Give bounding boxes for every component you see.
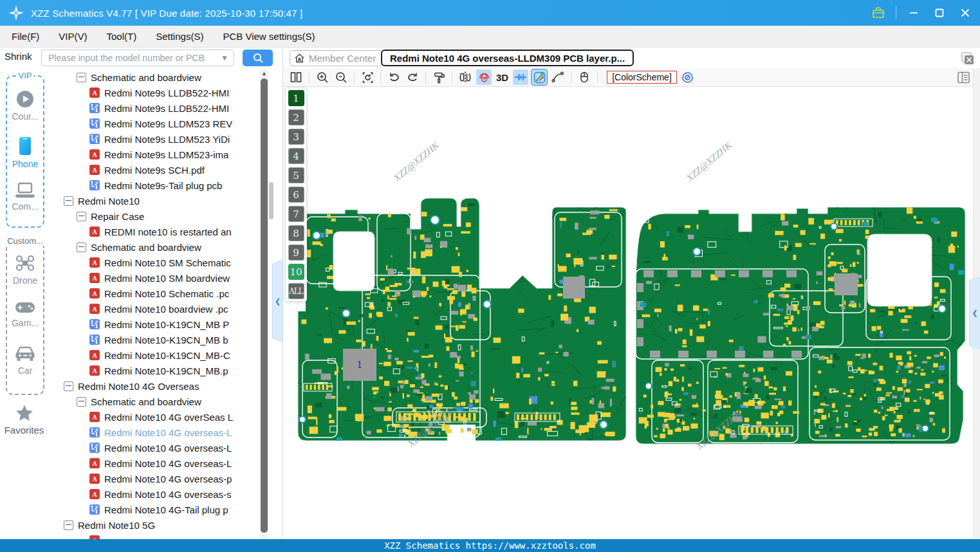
rotate-left-button[interactable] xyxy=(386,69,402,85)
tree-file-row[interactable]: Redmi Note10 4G-Tail plug p xyxy=(49,502,259,517)
tree-group-row[interactable]: Schematic and boardview xyxy=(49,394,259,409)
diode-jump-button[interactable] xyxy=(513,69,528,85)
sidebar-item-label: Drone xyxy=(13,275,37,286)
tree-file-row[interactable]: Redmi Note10-K19CN_MB b xyxy=(49,332,259,347)
model-search-combobox[interactable]: ▼ xyxy=(41,50,234,66)
maximize-button[interactable] xyxy=(931,5,948,21)
menu-item-settings-s[interactable]: Settings(S) xyxy=(156,31,203,42)
tree-file-row[interactable]: ARedmi Note9s LLDB522-HMI xyxy=(49,85,259,100)
tree-file-row[interactable]: Redmi Note9s LLDB522-HMI xyxy=(49,100,259,116)
menu-item-pcb-view-settings-s[interactable]: PCB View settings(S) xyxy=(223,31,315,42)
tree-file-row[interactable]: ARedmi Note10 4G overSeas L xyxy=(49,409,259,425)
drone-icon xyxy=(15,253,35,273)
member-center-button[interactable]: Member Center xyxy=(290,50,383,66)
menu-item-vip-v[interactable]: VIP(V) xyxy=(59,31,87,42)
tree-item-label: Redmi Note9s LLDM523 REV xyxy=(104,118,232,129)
tree-file-row[interactable]: ARedmi Note10 4G overseas-p xyxy=(49,471,259,486)
tree-file-row[interactable]: AREDMI note10 is restarted an xyxy=(49,224,259,239)
scrollbar-thumb[interactable] xyxy=(261,78,268,533)
sidebar-item-label: Gam... xyxy=(12,318,39,328)
fit-screen-button[interactable] xyxy=(360,69,375,85)
sidebar-item-computer[interactable]: Com... xyxy=(7,181,43,212)
tree-file-row[interactable]: Redmi Note10 4G overseas-L xyxy=(49,440,259,455)
shrink-button[interactable]: Shrink xyxy=(5,51,32,62)
mouse-settings-button[interactable] xyxy=(577,69,592,85)
lamp-tool-button[interactable] xyxy=(476,69,492,85)
curve-tool-button[interactable] xyxy=(550,69,566,85)
vip-group: VIP Cour... Phone Com... xyxy=(6,75,44,228)
tree-item-label: Redmi Note10 Schematic .pc xyxy=(104,288,229,299)
measure-probe-button[interactable] xyxy=(532,69,547,85)
layer-button-3[interactable]: 3 xyxy=(288,129,304,145)
tree-group-row[interactable]: Redmi Note10 xyxy=(49,193,259,208)
vip-briefcase-icon[interactable] xyxy=(870,5,887,21)
color-scheme-button[interactable]: [ColorScheme] xyxy=(607,71,677,84)
tree-file-row[interactable]: ARedmi Note10 boardview .pc xyxy=(49,301,259,317)
sidebar-item-phone[interactable]: Phone xyxy=(7,136,43,169)
tree-file-row[interactable]: Redmi Note10-K19CN_MB P xyxy=(49,317,259,332)
layer-button-7[interactable]: 7 xyxy=(288,206,304,222)
layer-button-all[interactable]: ALL xyxy=(288,283,304,299)
split-view-button[interactable] xyxy=(288,69,304,85)
sidebar-item-games[interactable]: Gam... xyxy=(7,300,43,328)
tree-file-row[interactable]: ARedmi Note10 Schematic .pc xyxy=(49,286,259,301)
sidebar-item-courses[interactable]: Cour... xyxy=(7,89,43,122)
tree-file-row[interactable]: Redmi Note9s-Tail plug pcb xyxy=(49,178,259,193)
pdf-file-icon: A xyxy=(89,257,100,268)
mirror-flip-button[interactable] xyxy=(458,69,473,85)
zoom-out-button[interactable] xyxy=(333,69,349,85)
play-icon xyxy=(15,89,35,109)
tree-group-row[interactable]: Redmi Note10 5G xyxy=(49,517,259,533)
pcb-canvas[interactable]: 1XZZ@XZZHKXZZ@XZZHKXZZ@XZZHKXZZ@XZZHK xyxy=(283,87,973,539)
tree-scrollbar[interactable]: ▲ xyxy=(260,69,268,539)
tree-file-row[interactable]: ARedmi Note10-K19CN_MB-C xyxy=(49,347,259,363)
layer-button-1[interactable]: 1 xyxy=(288,90,304,106)
menu-item-tool-t[interactable]: Tool(T) xyxy=(107,31,137,42)
search-button[interactable] xyxy=(243,50,273,66)
active-document-tab[interactable]: Redmi Note10 4G overseas-LLDM309 PCB lay… xyxy=(381,50,634,66)
tree-file-row[interactable]: ARedmi Note9s SCH.pdf xyxy=(49,162,259,178)
scroll-up-arrow[interactable]: ▲ xyxy=(260,69,268,78)
tree-file-row[interactable]: Redmi Note9s LLDM523 YiDi xyxy=(49,131,259,147)
paint-roller-button[interactable] xyxy=(431,69,447,85)
tree-group-row[interactable]: Schematic and boardview xyxy=(49,239,259,255)
sidebar-item-car[interactable]: Car xyxy=(7,345,43,376)
tree-file-row[interactable]: A xyxy=(49,533,259,539)
layer-button-5[interactable]: 5 xyxy=(288,167,304,183)
zoom-in-button[interactable] xyxy=(315,69,330,85)
rotate-right-button[interactable] xyxy=(405,69,420,85)
close-button[interactable] xyxy=(957,5,974,21)
tree-file-row[interactable]: ARedmi Note10-K19CN_MB.p xyxy=(49,363,259,378)
eye-visibility-button[interactable] xyxy=(680,69,696,85)
tree-file-row[interactable]: Redmi Note10 4G overseas-L xyxy=(49,425,259,440)
menu-item-file-f[interactable]: File(F) xyxy=(12,31,39,42)
sidebar-item-drone[interactable]: Drone xyxy=(7,253,43,286)
tree-group-row[interactable]: Repair Case xyxy=(49,208,259,224)
tree-file-row[interactable]: Redmi Note9s LLDM523 REV xyxy=(49,116,259,131)
tree-group-row[interactable]: Schematic and boardview xyxy=(49,69,259,85)
search-input[interactable] xyxy=(42,53,221,63)
tree-file-row[interactable]: ARedmi Note10 SM Schematic xyxy=(49,255,259,270)
sidebar-item-label: Com... xyxy=(12,201,38,212)
layer-button-8[interactable]: 8 xyxy=(288,225,304,241)
minimize-button[interactable] xyxy=(905,5,922,21)
layer-button-2[interactable]: 2 xyxy=(288,109,304,125)
right-panel-handle[interactable]: ❮ xyxy=(969,275,980,351)
tree-file-row[interactable]: ARedmi Note10 SM boardview xyxy=(49,270,259,286)
overlay-scrollbar-thumb[interactable] xyxy=(269,182,273,219)
close-document-icon[interactable] xyxy=(960,51,975,66)
tree-file-row[interactable]: ARedmi Note10 4G overseas-s xyxy=(49,486,259,502)
tree-file-row[interactable]: ARedmi Note9s LLDM523-ima xyxy=(49,147,259,162)
tree-file-row[interactable]: ARedmi Note10 4G overseas-L xyxy=(49,455,259,471)
right-panel-toggle-button[interactable] xyxy=(956,70,971,87)
pdf-file-icon: A xyxy=(89,304,100,314)
layer-button-4[interactable]: 4 xyxy=(288,148,304,164)
tree-collapse-handle[interactable]: ❮ xyxy=(272,259,283,344)
tree-group-row[interactable]: Redmi Note10 4G Overseas xyxy=(49,378,259,394)
three-d-view-button[interactable]: 3D xyxy=(495,72,510,83)
sidebar-item-favorites[interactable]: Favorites xyxy=(0,404,48,436)
layer-button-9[interactable]: 9 xyxy=(288,244,304,261)
chevron-down-icon[interactable]: ▼ xyxy=(221,53,228,62)
layer-button-6[interactable]: 6 xyxy=(288,187,304,203)
layer-button-10[interactable]: 10 xyxy=(288,264,304,280)
